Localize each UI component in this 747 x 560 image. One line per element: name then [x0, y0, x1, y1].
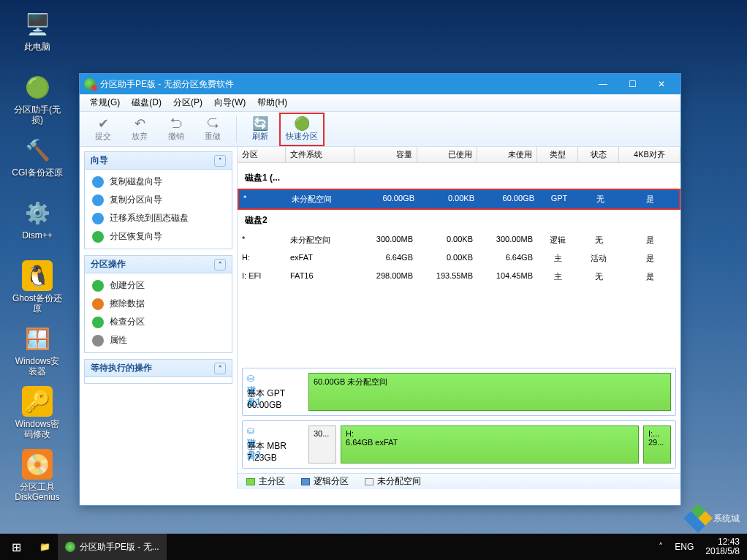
- table-cell: exFAT: [286, 251, 354, 265]
- sidebar-item[interactable]: 检查分区: [85, 313, 232, 331]
- desktop-icon-glyph: 🟢: [22, 72, 53, 102]
- table-row[interactable]: *未分配空间60.00GB0.00KB60.00GBGPT无是: [238, 189, 680, 210]
- sidebar-item[interactable]: 创建分区: [85, 276, 232, 295]
- table-cell: 0.00KB: [417, 251, 477, 265]
- table-cell: 104.45MB: [477, 270, 537, 284]
- panel-header[interactable]: 向导˄: [85, 152, 232, 170]
- table-cell: 无: [580, 192, 621, 206]
- table-row[interactable]: I: EFIFAT16298.00MB193.55MB104.45MB主无是: [238, 268, 680, 286]
- column-header[interactable]: 类型: [537, 147, 578, 162]
- start-button[interactable]: ⊞: [0, 534, 32, 560]
- chevron-up-icon[interactable]: ˄: [214, 363, 226, 374]
- toolbar-icon: ✔: [98, 116, 109, 131]
- desktop-icon-label: 分区助手(无损): [10, 105, 64, 125]
- toolbar-快速分区[interactable]: 🟢快速分区: [279, 113, 325, 146]
- desktop-icon-glyph: 🔨: [22, 135, 53, 165]
- sidebar-item-label: 复制磁盘向导: [110, 175, 162, 188]
- chevron-up-icon[interactable]: ˄: [214, 259, 226, 270]
- toolbar-label: 提交: [95, 131, 111, 142]
- table-cell: 300.00MB: [354, 233, 417, 247]
- taskbar-explorer[interactable]: 📁: [32, 534, 58, 560]
- column-header[interactable]: 文件系统: [286, 147, 354, 162]
- desktop-icon[interactable]: 🐧Ghost备份还原: [10, 260, 64, 314]
- sidebar-panel: 等待执行的操作˄: [84, 359, 232, 384]
- menu-item[interactable]: 磁盘(D): [126, 94, 167, 111]
- sidebar-item[interactable]: 分区恢复向导: [85, 227, 232, 246]
- tray-clock[interactable]: 12:43 2018/5/8: [705, 537, 740, 556]
- toolbar-icon: ⮌: [170, 116, 183, 131]
- desktop-icon[interactable]: 🟢分区助手(无损): [10, 72, 64, 125]
- table-row[interactable]: H:exFAT6.64GB0.00KB6.64GB主活动是: [238, 249, 680, 268]
- taskbar-app-icon: [65, 542, 75, 552]
- table-row[interactable]: *未分配空间300.00MB0.00KB300.00MB逻辑无是: [238, 231, 680, 249]
- legend-swatch: [301, 478, 310, 485]
- close-button[interactable]: ✕: [647, 74, 676, 94]
- toolbar-刷新[interactable]: 🔄刷新: [243, 113, 278, 145]
- chevron-up-icon[interactable]: ˄: [214, 155, 226, 167]
- panel-header[interactable]: 分区操作˄: [85, 256, 232, 273]
- table-cell: 60.00GB: [479, 192, 539, 206]
- disk-block[interactable]: 30...: [308, 425, 336, 463]
- sidebar-item[interactable]: 擦除数据: [85, 295, 232, 313]
- desktop-icon[interactable]: 🔑Windows密码修改: [10, 386, 64, 439]
- disk-visual: ⛁ 磁盘1基本 GPT60.00GB60.00GB 未分配空间: [242, 368, 676, 416]
- table-cell: *: [239, 192, 287, 206]
- sidebar-item-label: 检查分区: [110, 316, 145, 328]
- disk-block[interactable]: I:...29...: [643, 425, 671, 463]
- sidebar-item-icon: [92, 280, 104, 292]
- sidebar-item-icon: [92, 213, 104, 224]
- app-icon: [84, 78, 96, 90]
- main-pane: 分区文件系统容量已使用未使用类型状态4KB对齐 磁盘1 (...*未分配空间60…: [238, 147, 680, 489]
- taskbar: ⊞ 📁 分区助手PE版 - 无... ˄ ENG 12:43 2018/5/8: [0, 534, 747, 560]
- desktop-icon[interactable]: 🪟Windows安装器: [10, 323, 64, 377]
- titlebar[interactable]: 分区助手PE版 - 无损分区免费软件 — ☐ ✕: [80, 74, 680, 94]
- toolbar-放弃: ↶放弃: [122, 113, 157, 145]
- menu-item[interactable]: 向导(W): [208, 94, 251, 111]
- sidebar-item[interactable]: 复制磁盘向导: [85, 173, 232, 191]
- tray-lang[interactable]: ENG: [675, 542, 694, 552]
- table-cell: 0.00KB: [417, 233, 477, 247]
- table-cell: FAT16: [286, 270, 354, 284]
- tray-up-icon[interactable]: ˄: [659, 542, 663, 552]
- maximize-button[interactable]: ☐: [618, 74, 647, 94]
- disk-title[interactable]: 磁盘1 (...: [238, 167, 680, 189]
- column-header[interactable]: 未使用: [477, 147, 537, 162]
- watermark: 系统城: [686, 506, 740, 531]
- desktop-icon-glyph: ⚙️: [22, 197, 53, 228]
- panel-header[interactable]: 等待执行的操作˄: [85, 360, 232, 377]
- desktop-icon[interactable]: 📀分区工具DiskGenius: [10, 449, 64, 502]
- disk-title[interactable]: 磁盘2: [238, 210, 680, 231]
- sidebar-item-label: 迁移系统到固态磁盘: [110, 212, 189, 224]
- column-header[interactable]: 状态: [578, 147, 619, 162]
- menu-item[interactable]: 常规(G): [84, 94, 126, 111]
- column-header[interactable]: 容量: [354, 147, 417, 162]
- menu-item[interactable]: 分区(P): [167, 94, 208, 111]
- desktop-icon-label: Dism++: [10, 230, 64, 241]
- column-header[interactable]: 分区: [238, 147, 286, 162]
- disk-block[interactable]: 60.00GB 未分配空间: [308, 373, 671, 411]
- column-header[interactable]: 4KB对齐: [619, 147, 680, 162]
- disk-block[interactable]: H:6.64GB exFAT: [341, 425, 639, 463]
- taskbar-app[interactable]: 分区助手PE版 - 无...: [58, 534, 167, 560]
- toolbar-重做: ⮎重做: [195, 113, 230, 145]
- table-cell: 0.00KB: [419, 192, 479, 206]
- desktop-icon[interactable]: 🔨CGI备份还原: [10, 135, 64, 178]
- table-cell: 活动: [578, 251, 619, 265]
- table-cell: 300.00MB: [477, 233, 537, 247]
- menu-item[interactable]: 帮助(H): [251, 94, 293, 111]
- desktop-icon[interactable]: 🖥️此电脑: [10, 9, 64, 52]
- table-cell: 主: [537, 270, 578, 284]
- legend-swatch: [246, 478, 255, 485]
- sidebar-item-icon: [92, 335, 104, 347]
- column-header[interactable]: 已使用: [417, 147, 477, 162]
- toolbar: ✔提交↶放弃⮌撤销⮎重做🔄刷新🟢快速分区: [80, 112, 680, 147]
- sidebar-item[interactable]: 复制分区向导: [85, 191, 232, 209]
- desktop-icon[interactable]: ⚙️Dism++: [10, 197, 64, 241]
- sidebar-item[interactable]: 迁移系统到固态磁盘: [85, 209, 232, 227]
- sidebar-item[interactable]: 属性: [85, 331, 232, 349]
- toolbar-separator: [236, 116, 237, 143]
- minimize-button[interactable]: —: [588, 74, 618, 94]
- sidebar-item-icon: [92, 176, 104, 188]
- table-cell: 6.64GB: [354, 251, 417, 265]
- sidebar-item-icon: [92, 317, 104, 328]
